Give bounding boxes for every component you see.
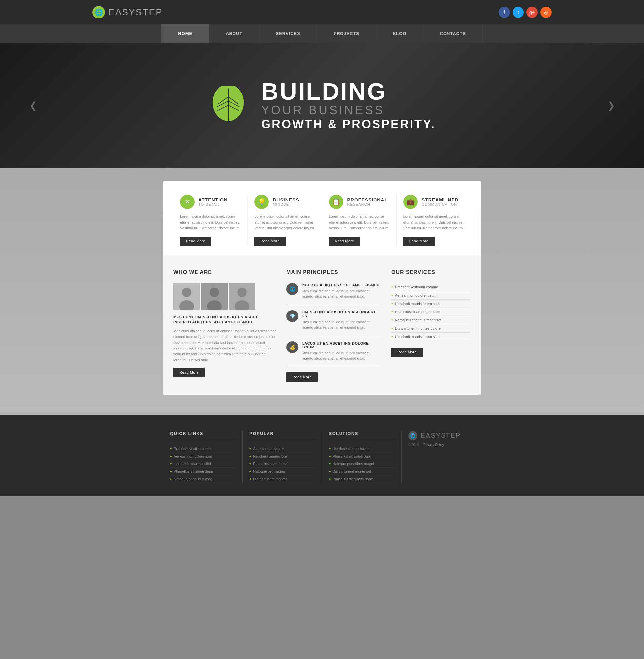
person3-portrait	[229, 283, 255, 310]
solution-item[interactable]: Hendrerit mauris lorem	[329, 445, 395, 453]
privacy-policy-link[interactable]: Privacy Policy	[423, 443, 444, 447]
principle1-icon: 🌐	[286, 283, 298, 295]
solution-item[interactable]: Phasellus sit ameti dapi	[329, 453, 395, 460]
who-we-are-col: WHO WE ARE	[174, 269, 276, 382]
feature-professional-header: 📋 PROFESSIONAL RESEARCH	[329, 195, 390, 209]
our-services-col: OUR SERVICES Praesent vestibum comme Aen…	[391, 269, 470, 382]
popular-item[interactable]: Hendrerit mauris lore	[249, 453, 315, 460]
principle1-text: Mes cumi dia sed in lacus ut lore eniasc…	[302, 288, 382, 299]
footer-logo: 🌐 EASYSTEP	[408, 431, 474, 440]
who-photo-2	[201, 283, 228, 310]
quick-link-item[interactable]: Aenean non dolore ipsu	[170, 453, 236, 460]
popular-item[interactable]: Dis parturient montes	[249, 475, 315, 483]
principle2-title: DIA SED IN LACUS UT ENIASC INGERT ES.	[302, 310, 382, 318]
logo-globe-icon: 🌐	[92, 6, 105, 19]
hero-next-button[interactable]: ❯	[604, 99, 618, 112]
services-read-more-button[interactable]: Read More	[391, 347, 423, 357]
footer-copyright: © 2013 | Privacy Policy	[408, 443, 474, 447]
footer: QUICK LINKS Praesent vestibum com Aenean…	[0, 414, 644, 496]
svg-point-15	[237, 288, 247, 297]
principle3-text: Mes cumi dia sed in lacus ut lore eniasc…	[302, 350, 382, 361]
attention-title: ATTENTION	[199, 197, 228, 203]
streamlined-read-more-button[interactable]: Read More	[403, 236, 435, 246]
person1-portrait	[174, 283, 200, 310]
quick-link-item[interactable]: Phasellus sit ameti dapu	[170, 468, 236, 475]
svg-point-9	[182, 288, 191, 297]
who-read-more-button[interactable]: Read More	[174, 368, 205, 377]
rss-icon[interactable]: ◎	[540, 7, 552, 18]
hero-subtitle2: GROWTH & PROSPERITY.	[261, 117, 436, 131]
nav-about[interactable]: ABOUT	[209, 24, 259, 43]
quick-link-item[interactable]: Praesent vestibum com	[170, 445, 236, 453]
professional-read-more-button[interactable]: Read More	[329, 236, 360, 246]
service-list: Praesent vestibum comme Aenean non dolor…	[391, 283, 470, 341]
feature-business-header: 💡 BUSINESS MINDSET	[254, 195, 315, 209]
attention-read-more-button[interactable]: Read More	[180, 236, 211, 246]
quick-link-item[interactable]: Hendrerit mauris lositet	[170, 460, 236, 468]
who-photo-1	[174, 283, 200, 310]
footer-inner: QUICK LINKS Praesent vestibum com Aenean…	[163, 431, 481, 483]
who-headline: MES CUML DIA SED IN LACUS UT ENIASCET IN…	[174, 315, 276, 325]
solution-item[interactable]: Natoque penatibus magni	[329, 460, 395, 468]
service-item: Hendrerit mauris lorem sitet	[391, 300, 470, 308]
header: 🌐 EASYSTEP f t g+ ◎	[0, 0, 644, 24]
footer-logo-globe-icon: 🌐	[408, 431, 417, 440]
service-item: Aenean non dolore ipsum	[391, 291, 470, 300]
twitter-icon[interactable]: t	[512, 7, 524, 18]
streamlined-title: STREAMLINED	[422, 197, 459, 203]
nav-projects[interactable]: PROJECTS	[317, 24, 376, 43]
svg-point-12	[210, 288, 219, 297]
feature-attention-header: ✕ ATTENTION TO DETAIL	[180, 195, 241, 209]
professional-icon: 📋	[329, 195, 343, 209]
logo-text: EASYSTEP	[108, 7, 162, 18]
popular-item[interactable]: Phasellus sitame tida	[249, 460, 315, 468]
hero-content: BUILDING YOUR BUSINESS GROWTH & PROSPERI…	[208, 79, 436, 131]
feature-professional: 📋 PROFESSIONAL RESEARCH Lorem ipsum dolo…	[322, 195, 397, 246]
quick-links-list: Praesent vestibum com Aenean non dolore …	[170, 445, 236, 483]
footer-solutions: SOLUTIONS Hendrerit mauris lorem Phasell…	[322, 431, 401, 483]
feature-streamlined: 💼 STREAMLINED COMMUNICATION Lorem ipsum …	[397, 195, 470, 246]
attention-icon: ✕	[180, 195, 194, 209]
person2-portrait	[201, 283, 228, 310]
main-principles-col: MAIN PRINCIPLES 🌐 NGERTO ALIIQT ES SITET…	[286, 269, 382, 382]
facebook-icon[interactable]: f	[499, 7, 510, 18]
nav-blog[interactable]: BLOG	[376, 24, 423, 43]
nav-contacts[interactable]: CONTACTS	[423, 24, 483, 43]
content-box: ✕ ATTENTION TO DETAIL Lorem ipsum dolor …	[163, 181, 481, 395]
principle2-text: Mes cumi dia sed in lacus ut lore eniasc…	[302, 319, 382, 330]
main-wrapper: ✕ ATTENTION TO DETAIL Lorem ipsum dolor …	[0, 168, 644, 414]
nav-services[interactable]: SERVICES	[259, 24, 317, 43]
business-subtitle: MINDSET	[273, 203, 299, 206]
service-item: Natoque penatibus magniset	[391, 316, 470, 324]
streamlined-subtitle: COMMUNICATION	[422, 203, 459, 206]
quick-link-item[interactable]: Natoque penatibus mag	[170, 475, 236, 483]
nav-home[interactable]: HOME	[161, 24, 209, 43]
professional-title: PROFESSIONAL	[347, 197, 388, 203]
solution-item[interactable]: Dis parturient monte set	[329, 468, 395, 475]
streamlined-text: Lorem ipsum dolor sit amet, conse etur e…	[403, 214, 464, 231]
principle1-title: NGERTO ALIIQT ES SITET AMET EISMOD.	[302, 283, 382, 287]
principles-read-more-button[interactable]: Read More	[286, 372, 318, 382]
service-item: Hendrerit mauris lorem sitet	[391, 333, 470, 341]
footer-quick-links: QUICK LINKS Praesent vestibum com Aenean…	[163, 431, 243, 483]
popular-title: POPULAR	[249, 431, 315, 439]
services-section-title: OUR SERVICES	[391, 269, 470, 278]
solution-item[interactable]: Phasellus sit amets dapit	[329, 475, 395, 483]
solutions-title: SOLUTIONS	[329, 431, 395, 439]
professional-subtitle: RESEARCH	[347, 203, 388, 206]
hero-prev-button[interactable]: ❮	[26, 99, 40, 112]
principle-2: 💎 DIA SED IN LACUS UT ENIASC INGERT ES. …	[286, 310, 382, 336]
business-read-more-button[interactable]: Read More	[254, 236, 286, 246]
streamlined-icon: 💼	[403, 195, 418, 209]
attention-text: Lorem ipsum dolor sit amet, conse etur e…	[180, 214, 241, 231]
professional-text: Lorem ipsum dolor sit amet, conse etur e…	[329, 214, 390, 231]
three-col-section: WHO WE ARE	[163, 256, 481, 395]
main-nav: HOME ABOUT SERVICES PROJECTS BLOG CONTAC…	[0, 24, 644, 43]
footer-logo-text: EASYSTEP	[421, 432, 461, 439]
principle-3: 💰 LACUS UT ENIASCET ING DOLORE IPSUM. Me…	[286, 341, 382, 367]
popular-item[interactable]: Natoque pet magnis	[249, 468, 315, 475]
business-title: BUSINESS	[273, 197, 299, 203]
popular-list: Aenean non dolore Hendrerit mauris lore …	[249, 445, 315, 483]
googleplus-icon[interactable]: g+	[526, 7, 538, 18]
popular-item[interactable]: Aenean non dolore	[249, 445, 315, 453]
